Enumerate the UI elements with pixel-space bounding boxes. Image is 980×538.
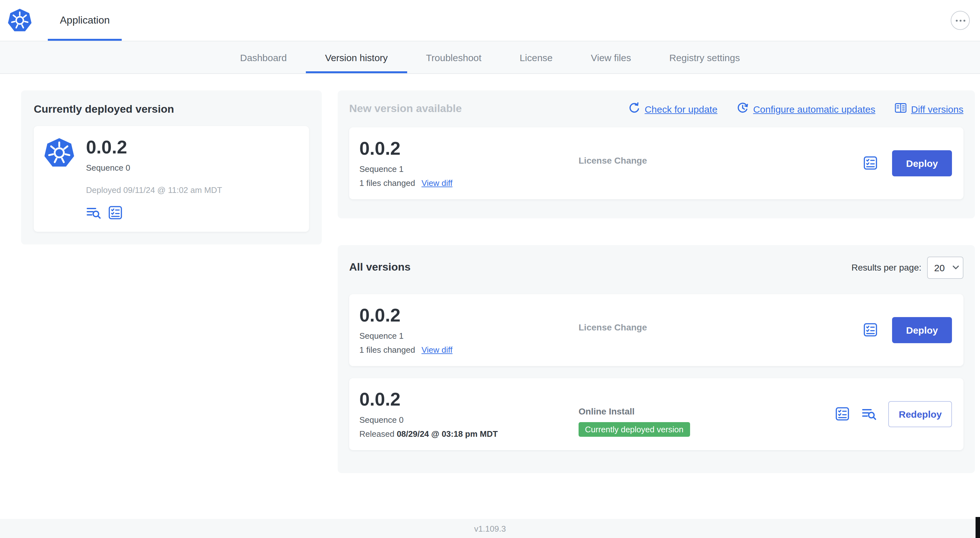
deployed-version-card: 0.0.2 Sequence 0 Deployed 09/11/24 @ 11:…	[34, 126, 309, 232]
deploy-button[interactable]: Deploy	[892, 317, 952, 343]
scrollbar-artifact	[975, 517, 980, 538]
deployed-version-number: 0.0.2	[86, 138, 222, 158]
tab-troubleshoot[interactable]: Troubleshoot	[407, 41, 501, 73]
kubernetes-app-icon	[44, 138, 75, 169]
tab-view-files[interactable]: View files	[572, 41, 650, 73]
tab-license[interactable]: License	[501, 41, 571, 73]
logs-icon[interactable]	[86, 205, 101, 220]
tab-dashboard[interactable]: Dashboard	[221, 41, 306, 73]
all-versions-title: All versions	[349, 261, 410, 274]
refresh-icon	[628, 102, 640, 116]
version-sequence: Sequence 1	[360, 331, 579, 341]
deployed-panel-title: Currently deployed version	[34, 103, 309, 116]
deployed-timestamp: Deployed 09/11/24 @ 11:02 am MDT	[86, 185, 222, 195]
app-subnav: Dashboard Version history Troubleshoot L…	[0, 41, 980, 74]
version-number: 0.0.2	[360, 306, 579, 326]
new-version-title: New version available	[349, 103, 461, 115]
release-notes-icon[interactable]	[863, 156, 878, 171]
logs-icon[interactable]	[862, 406, 877, 422]
files-changed-text: 1 files changed	[360, 345, 415, 355]
kubernetes-logo-icon	[8, 8, 32, 33]
new-version-panel: New version available Check for update	[338, 90, 975, 218]
tab-registry-settings[interactable]: Registry settings	[650, 41, 759, 73]
version-row: 0.0.2 Sequence 1 1 files changed View di…	[349, 294, 963, 366]
redeploy-button[interactable]: Redeploy	[889, 401, 952, 427]
diff-icon	[894, 102, 907, 116]
version-row: 0.0.2 Sequence 0 Released 08/29/24 @ 03:…	[349, 378, 963, 450]
version-number: 0.0.2	[360, 139, 579, 159]
version-source: License Change	[579, 156, 863, 165]
app-tab[interactable]: Application	[48, 0, 122, 41]
version-sequence: Sequence 0	[360, 415, 579, 424]
console-version: v1.109.3	[474, 524, 506, 533]
top-header: Application	[0, 0, 980, 41]
configure-automatic-updates-link[interactable]: Configure automatic updates	[737, 102, 875, 116]
tab-version-history[interactable]: Version history	[306, 41, 407, 73]
app-tab-label: Application	[60, 15, 110, 26]
version-number: 0.0.2	[360, 390, 579, 410]
new-version-card: 0.0.2 Sequence 1 1 files changed View di…	[349, 127, 963, 199]
deploy-button[interactable]: Deploy	[892, 150, 952, 176]
currently-deployed-badge: Currently deployed version	[579, 422, 690, 437]
version-sequence: Sequence 1	[360, 164, 579, 174]
check-for-update-link[interactable]: Check for update	[628, 102, 718, 116]
released-timestamp: Released 08/29/24 @ 03:18 pm MDT	[360, 429, 579, 438]
files-changed-text: 1 files changed	[360, 178, 415, 188]
main-content: Currently deployed version	[0, 74, 980, 520]
release-notes-icon[interactable]	[108, 205, 123, 220]
diff-versions-link[interactable]: Diff versions	[894, 102, 963, 116]
view-diff-link[interactable]: View diff	[422, 178, 452, 188]
currently-deployed-panel: Currently deployed version	[21, 90, 322, 244]
release-notes-icon[interactable]	[835, 406, 850, 422]
kots-admin-console: Application Dashboard Version history Tr…	[0, 0, 980, 538]
ellipsis-icon	[956, 19, 958, 21]
footer: v1.109.3	[0, 519, 980, 538]
version-source: License Change	[579, 322, 863, 332]
results-per-page-select[interactable]: 20	[927, 257, 963, 279]
all-versions-panel: All versions Results per page: 20	[338, 245, 975, 473]
version-source: Online Install	[579, 406, 835, 416]
view-diff-link[interactable]: View diff	[422, 345, 452, 355]
deployed-sequence: Sequence 0	[86, 163, 222, 173]
results-per-page-label: Results per page:	[852, 263, 921, 273]
right-column: New version available Check for update	[338, 90, 975, 473]
more-options-button[interactable]	[951, 11, 970, 30]
release-notes-icon[interactable]	[863, 322, 878, 338]
schedule-icon	[737, 102, 749, 116]
